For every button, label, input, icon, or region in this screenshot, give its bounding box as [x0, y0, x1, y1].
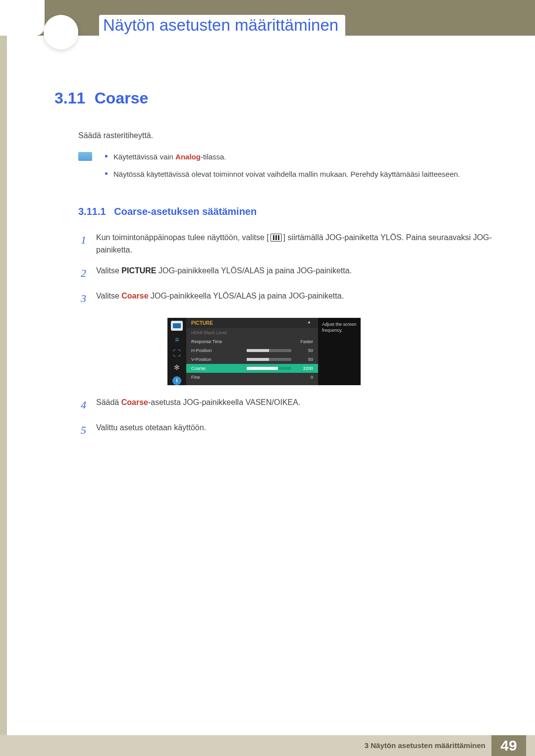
- bullet-icon: [105, 172, 107, 175]
- osd-screenshot: ≡ ⛶ ✻ i PICTURE▲ HDMI Black LevelRespons…: [167, 318, 361, 385]
- note-1: Käytettävissä vain Analog-tilassa.: [113, 151, 226, 162]
- gear-icon: ✻: [171, 362, 183, 372]
- osd-title: PICTURE▲: [186, 318, 318, 328]
- osd-row: V-Position50: [186, 355, 318, 364]
- step-3: 3 Valitse Coarse JOG-painikkeella YLÖS/A…: [78, 290, 495, 307]
- osd-row: HDMI Black Level: [186, 328, 318, 337]
- bullet-icon: [105, 155, 107, 157]
- note-block: Käytettävissä vain Analog-tilassa. Näytö…: [78, 151, 495, 186]
- osd-sidebar: ≡ ⛶ ✻ i: [167, 318, 186, 385]
- step-1: 1 Kun toimintonäppäinopas tulee näyttöön…: [78, 231, 495, 256]
- note-2: Näytössä käytettävissä olevat toiminnot …: [113, 168, 460, 180]
- page-number: 49: [491, 735, 526, 756]
- arrow-up-icon: ▲: [307, 320, 311, 324]
- list-icon: ≡: [171, 335, 183, 345]
- menu-icon: [270, 234, 282, 242]
- chapter-title: Näytön asetusten määrittäminen: [99, 15, 345, 37]
- osd-help-text: Adjust the screen frequency.: [318, 318, 361, 385]
- section-intro: Säädä rasteritiheyttä.: [78, 131, 495, 140]
- note-icon: [78, 152, 92, 161]
- step-4: 4 Säädä Coarse-asetusta JOG-painikkeella…: [78, 396, 495, 413]
- osd-row: H-Position50: [186, 346, 318, 355]
- section-title: Coarse: [95, 89, 149, 107]
- subsection-heading: 3.11.1 Coarse-asetuksen säätäminen: [78, 206, 495, 217]
- osd-row: Coarse2200: [186, 364, 318, 373]
- step-2: 2 Valitse PICTURE JOG-painikkeella YLÖS/…: [78, 264, 495, 282]
- info-icon: i: [172, 376, 181, 385]
- osd-row: Fine0: [186, 373, 318, 382]
- page-footer: 3 Näytön asetusten määrittäminen 49: [0, 735, 535, 756]
- subsection-number: 3.11.1: [78, 206, 106, 217]
- expand-icon: ⛶: [171, 349, 183, 358]
- osd-row: Response TimeFaster: [186, 337, 318, 346]
- page-left-edge: [0, 0, 7, 756]
- section-heading: 3.11 Coarse: [54, 89, 495, 107]
- subsection-title: Coarse-asetuksen säätäminen: [114, 206, 257, 217]
- chapter-badge: [44, 15, 78, 50]
- section-number: 3.11: [54, 89, 85, 107]
- footer-text: 3 Näytön asetusten määrittäminen: [365, 741, 485, 750]
- step-5: 5 Valittu asetus otetaan käyttöön.: [78, 421, 495, 439]
- monitor-icon: [171, 321, 183, 331]
